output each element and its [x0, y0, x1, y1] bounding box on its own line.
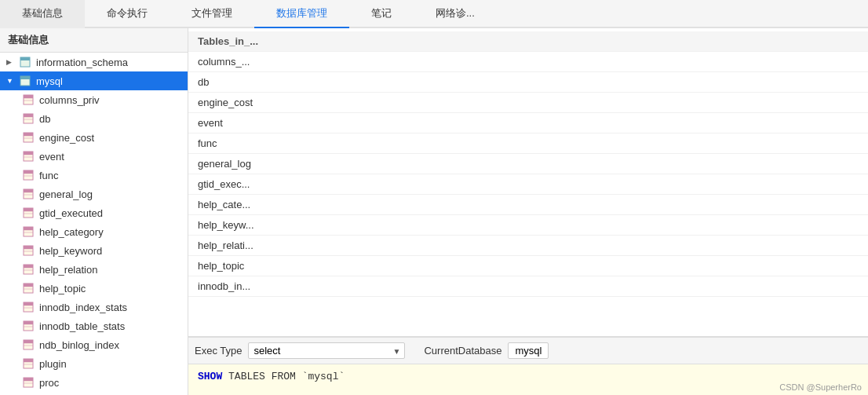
table-icon [22, 207, 35, 219]
table-icon [22, 320, 35, 332]
sidebar-item-label-11: help_relation [39, 264, 97, 276]
sidebar-item-innodb_index_stats[interactable]: innodb_index_stats [0, 298, 188, 316]
sidebar-item-help_keyword[interactable]: help_keyword [0, 241, 188, 260]
database-icon [19, 75, 31, 87]
tab-数据库管理[interactable]: 数据库管理 [254, 0, 349, 28]
sidebar-item-innodb_table_stats[interactable]: innodb_table_stats [0, 316, 188, 335]
sidebar-item-label-4: engine_cost [39, 132, 94, 144]
table-icon [22, 376, 35, 389]
sidebar-item-label-1: mysql [36, 75, 63, 87]
sidebar-item-label-7: general_log [39, 188, 93, 200]
exec-type-select[interactable]: selectupdateinsertdelete [248, 342, 405, 359]
table-icon [22, 225, 35, 238]
sidebar-item-label-8: gtid_executed [39, 207, 103, 219]
sidebar-item-label-15: ndb_binlog_index [39, 339, 119, 351]
sidebar-item-db[interactable]: db [0, 109, 188, 128]
sidebar-item-plugin[interactable]: plugin [0, 354, 188, 373]
current-db-value: mysql [508, 342, 549, 359]
sql-area: SHOW TABLES FROM `mysql` [188, 364, 868, 395]
table-result-row[interactable]: db [188, 72, 868, 93]
tab-bar: 基础信息命令执行文件管理数据库管理笔记网络诊... [0, 0, 868, 28]
table-result-row[interactable]: help_topic [188, 256, 868, 276]
sidebar-item-proc[interactable]: proc [0, 373, 188, 392]
table-icon [22, 338, 35, 351]
sidebar-item-procs_priv[interactable]: procs_priv [0, 392, 188, 395]
sidebar-item-label-3: db [39, 113, 50, 125]
table-result-header: Tables_in_... [188, 31, 868, 52]
table-icon [22, 282, 35, 294]
sidebar-item-label-2: columns_priv [39, 94, 100, 106]
table-result-row[interactable]: help_relati... [188, 236, 868, 256]
svg-rect-41 [24, 265, 33, 268]
sidebar-item-func[interactable]: func [0, 166, 188, 185]
sidebar-item-engine_cost[interactable]: engine_cost [0, 128, 188, 147]
sidebar: 基础信息 ▶ information_schema▼ mysql columns… [0, 28, 188, 395]
sidebar-item-mysql[interactable]: ▼ mysql [0, 71, 188, 90]
table-icon [22, 93, 35, 106]
table-result-row[interactable]: columns_... [188, 52, 868, 72]
table-icon [22, 131, 35, 144]
current-db-label: CurrentDatabase [424, 345, 501, 357]
sidebar-item-columns_priv[interactable]: columns_priv [0, 90, 188, 109]
sidebar-item-help_topic[interactable]: help_topic [0, 279, 188, 298]
svg-rect-57 [24, 340, 33, 343]
sidebar-item-ndb_binlog_index[interactable]: ndb_binlog_index [0, 335, 188, 354]
sidebar-item-help_category[interactable]: help_category [0, 222, 188, 241]
sidebar-item-information_schema[interactable]: ▶ information_schema [0, 53, 188, 71]
svg-rect-45 [24, 283, 33, 287]
sidebar-item-label-6: func [39, 170, 59, 181]
svg-rect-21 [24, 170, 33, 174]
table-result-row[interactable]: help_keyw... [188, 215, 868, 236]
table-result-row[interactable]: func [188, 133, 868, 154]
right-panel: Tables_in_...columns_...dbengine_costeve… [188, 28, 868, 395]
sidebar-item-label-9: help_category [39, 226, 104, 238]
table-icon [22, 301, 35, 313]
bottom-bar: Exec Type selectupdateinsertdelete ▼ Cur… [188, 337, 868, 364]
table-icon [22, 150, 35, 163]
svg-rect-1 [20, 57, 30, 60]
sidebar-item-label-14: innodb_table_stats [39, 320, 125, 332]
sidebar-item-label-5: event [39, 151, 64, 163]
table-icon [22, 112, 35, 125]
table-result-row[interactable]: innodb_in... [188, 276, 868, 297]
sidebar-item-event[interactable]: event [0, 147, 188, 166]
tab-基础信息[interactable]: 基础信息 [0, 0, 85, 28]
svg-rect-29 [24, 208, 33, 211]
svg-rect-9 [24, 114, 33, 117]
tab-笔记[interactable]: 笔记 [349, 0, 414, 28]
table-result-row[interactable]: event [188, 113, 868, 133]
table-result-row[interactable]: gtid_exec... [188, 174, 868, 195]
sidebar-item-gtid_executed[interactable]: gtid_executed [0, 203, 188, 222]
sql-show-keyword: SHOW [198, 371, 222, 382]
sidebar-item-general_log[interactable]: general_log [0, 185, 188, 203]
tables-area: Tables_in_...columns_...dbengine_costeve… [188, 28, 868, 337]
svg-rect-37 [24, 246, 33, 249]
main-area: 基础信息 ▶ information_schema▼ mysql columns… [0, 28, 868, 395]
sidebar-header: 基础信息 [0, 28, 188, 53]
table-icon [22, 263, 35, 276]
sidebar-item-label-16: plugin [39, 358, 67, 370]
sidebar-item-label-12: help_topic [39, 283, 86, 294]
exec-type-label: Exec Type [195, 345, 242, 357]
tab-命令执行[interactable]: 命令执行 [85, 0, 170, 28]
svg-rect-25 [24, 189, 33, 192]
chevron-down-icon: ▼ [6, 77, 16, 85]
svg-rect-5 [24, 95, 33, 98]
table-result-row[interactable]: help_cate... [188, 195, 868, 215]
svg-rect-13 [24, 133, 33, 136]
tab-文件管理[interactable]: 文件管理 [170, 0, 254, 28]
svg-rect-53 [24, 321, 33, 324]
svg-rect-49 [24, 302, 33, 305]
sidebar-item-help_relation[interactable]: help_relation [0, 260, 188, 279]
table-icon [22, 357, 35, 370]
table-result-row[interactable]: engine_cost [188, 93, 868, 113]
exec-type-wrapper[interactable]: selectupdateinsertdelete ▼ [248, 342, 405, 359]
svg-rect-33 [24, 227, 33, 230]
svg-rect-17 [24, 152, 33, 155]
table-result-row[interactable]: general_log [188, 154, 868, 174]
table-icon [22, 244, 35, 257]
sidebar-item-label-0: information_schema [36, 57, 128, 68]
svg-rect-61 [24, 359, 33, 362]
tab-网络诊...[interactable]: 网络诊... [414, 0, 497, 28]
sidebar-item-label-17: proc [39, 377, 59, 389]
